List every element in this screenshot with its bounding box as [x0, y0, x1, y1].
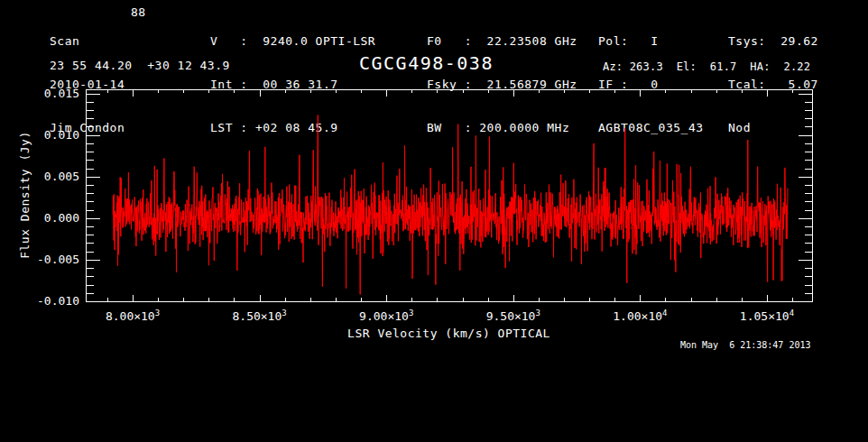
x-tick-label: 8.50×103	[232, 308, 286, 323]
plot-frame	[87, 90, 813, 302]
y-tick-label: -0.010	[16, 294, 79, 308]
spectrum-trace	[113, 115, 788, 295]
plot-timestamp: Mon May 6 21:38:47 2013	[680, 340, 811, 350]
x-tick-label: 9.00×103	[359, 308, 413, 323]
spectrum-plot	[0, 0, 868, 442]
gbtidl-plotter-window: Scan 2010-01-14 Jim Condon 88 V : 9240.0…	[0, 0, 868, 442]
x-tick-label: 8.00×103	[106, 308, 160, 323]
x-tick-label: 9.50×103	[486, 308, 540, 323]
x-tick-label: 1.05×104	[740, 308, 794, 323]
y-axis-title: Flux Density (Jy)	[18, 131, 32, 259]
x-axis-title: LSR Velocity (km/s) OPTICAL	[86, 327, 812, 340]
y-tick-label: 0.015	[16, 87, 79, 100]
x-tick-label: 1.00×104	[613, 308, 667, 323]
